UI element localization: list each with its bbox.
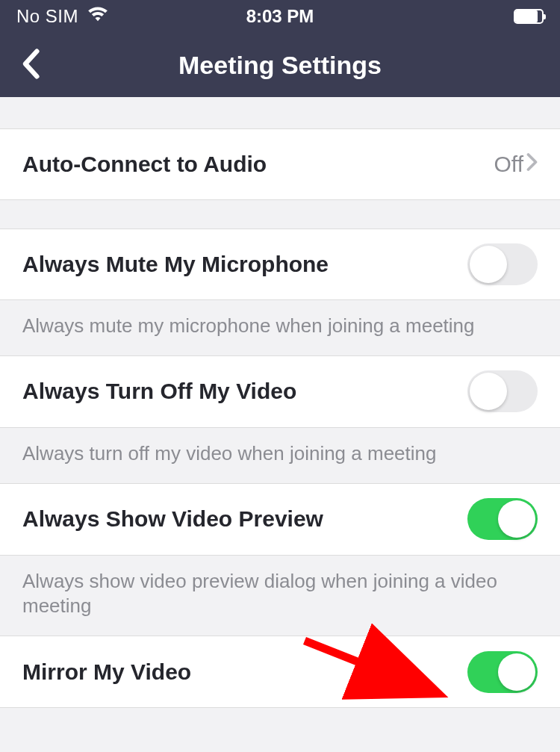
battery-icon — [514, 9, 544, 24]
status-time: 8:03 PM — [246, 6, 314, 27]
mute-mic-row: Always Mute My Microphone — [0, 229, 560, 300]
show-preview-desc: Always show video preview dialog when jo… — [0, 556, 560, 637]
mute-mic-label: Always Mute My Microphone — [22, 252, 329, 277]
status-right — [514, 9, 544, 24]
status-bar: No SIM 8:03 PM — [0, 0, 560, 33]
mute-mic-desc: Always mute my microphone when joining a… — [0, 300, 560, 356]
show-preview-label: Always Show Video Preview — [22, 506, 323, 532]
turn-off-video-label: Always Turn Off My Video — [22, 379, 296, 404]
turn-off-video-row: Always Turn Off My Video — [0, 356, 560, 428]
chevron-right-icon — [526, 152, 538, 177]
show-preview-toggle[interactable] — [467, 498, 538, 540]
auto-connect-value: Off — [494, 152, 523, 177]
auto-connect-value-group: Off — [494, 152, 538, 177]
section-spacer — [0, 97, 560, 128]
back-button[interactable] — [15, 43, 46, 88]
mirror-video-toggle[interactable] — [467, 651, 538, 693]
turn-off-video-toggle[interactable] — [467, 370, 538, 412]
carrier-text: No SIM — [16, 6, 78, 27]
mute-mic-toggle[interactable] — [467, 243, 538, 285]
auto-connect-label: Auto-Connect to Audio — [22, 152, 267, 177]
turn-off-video-desc: Always turn off my video when joining a … — [0, 428, 560, 484]
nav-bar: Meeting Settings — [0, 33, 560, 97]
page-title: Meeting Settings — [178, 51, 382, 80]
auto-connect-row[interactable]: Auto-Connect to Audio Off — [0, 128, 560, 200]
mirror-video-label: Mirror My Video — [22, 659, 191, 685]
mirror-video-row: Mirror My Video — [0, 636, 560, 708]
show-preview-row: Always Show Video Preview — [0, 484, 560, 556]
chevron-left-icon — [21, 49, 40, 80]
wifi-icon — [87, 6, 108, 27]
status-left: No SIM — [16, 6, 108, 27]
section-spacer — [0, 200, 560, 229]
